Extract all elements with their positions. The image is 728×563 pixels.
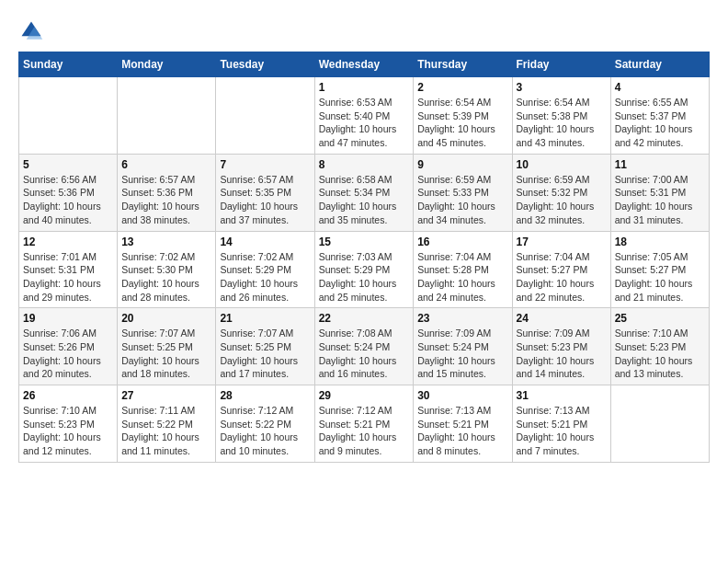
day-of-week-header: Saturday [610,52,709,77]
day-number: 10 [517,158,607,171]
day-info: Sunrise: 7:07 AM Sunset: 5:25 PM Dayligh… [121,327,211,381]
day-info: Sunrise: 7:12 AM Sunset: 5:21 PM Dayligh… [319,404,410,458]
calendar-cell: 9Sunrise: 6:59 AM Sunset: 5:33 PM Daylig… [414,154,512,231]
day-number: 2 [417,81,507,94]
calendar-cell: 14Sunrise: 7:02 AM Sunset: 5:29 PM Dayli… [216,231,314,308]
day-number: 25 [615,312,705,325]
calendar-cell: 6Sunrise: 6:57 AM Sunset: 5:36 PM Daylig… [118,154,216,231]
calendar-cell: 12Sunrise: 7:01 AM Sunset: 5:31 PM Dayli… [19,231,118,308]
day-number: 11 [615,158,705,171]
day-number: 15 [319,236,410,248]
calendar-cell: 5Sunrise: 6:56 AM Sunset: 5:36 PM Daylig… [19,154,118,231]
calendar-week-row: 19Sunrise: 7:06 AM Sunset: 5:26 PM Dayli… [19,308,710,385]
day-info: Sunrise: 7:00 AM Sunset: 5:31 PM Dayligh… [615,173,705,227]
day-number: 24 [517,312,607,325]
day-info: Sunrise: 7:02 AM Sunset: 5:30 PM Dayligh… [121,250,211,304]
calendar-cell: 2Sunrise: 6:54 AM Sunset: 5:39 PM Daylig… [414,77,512,155]
calendar-week-row: 26Sunrise: 7:10 AM Sunset: 5:23 PM Dayli… [19,385,710,463]
day-number: 16 [417,236,507,248]
calendar-cell: 20Sunrise: 7:07 AM Sunset: 5:25 PM Dayli… [118,308,216,385]
day-number: 22 [319,312,410,325]
logo [18,18,48,44]
day-info: Sunrise: 6:59 AM Sunset: 5:33 PM Dayligh… [417,173,507,227]
day-number: 17 [517,236,607,248]
day-info: Sunrise: 7:04 AM Sunset: 5:27 PM Dayligh… [517,250,607,304]
calendar-cell: 28Sunrise: 7:12 AM Sunset: 5:22 PM Dayli… [216,385,314,463]
day-number: 18 [615,236,705,248]
day-number: 30 [417,389,507,402]
day-number: 8 [319,158,410,171]
day-info: Sunrise: 6:53 AM Sunset: 5:40 PM Dayligh… [319,96,410,150]
day-number: 4 [615,81,705,94]
calendar-cell: 22Sunrise: 7:08 AM Sunset: 5:24 PM Dayli… [314,308,414,385]
day-info: Sunrise: 7:09 AM Sunset: 5:24 PM Dayligh… [417,327,507,381]
day-number: 3 [517,81,607,94]
day-number: 26 [23,389,113,402]
day-info: Sunrise: 7:10 AM Sunset: 5:23 PM Dayligh… [615,327,705,381]
day-info: Sunrise: 7:12 AM Sunset: 5:22 PM Dayligh… [220,404,310,458]
day-info: Sunrise: 6:57 AM Sunset: 5:35 PM Dayligh… [220,173,310,227]
calendar-cell: 30Sunrise: 7:13 AM Sunset: 5:21 PM Dayli… [414,385,512,463]
calendar-cell: 1Sunrise: 6:53 AM Sunset: 5:40 PM Daylig… [314,77,414,155]
calendar-table: SundayMondayTuesdayWednesdayThursdayFrid… [18,52,710,463]
calendar-cell: 27Sunrise: 7:11 AM Sunset: 5:22 PM Dayli… [118,385,216,463]
calendar-cell: 15Sunrise: 7:03 AM Sunset: 5:29 PM Dayli… [314,231,414,308]
day-info: Sunrise: 7:03 AM Sunset: 5:29 PM Dayligh… [319,250,410,304]
day-info: Sunrise: 7:13 AM Sunset: 5:21 PM Dayligh… [517,404,607,458]
day-info: Sunrise: 7:05 AM Sunset: 5:27 PM Dayligh… [615,250,705,304]
day-info: Sunrise: 7:02 AM Sunset: 5:29 PM Dayligh… [220,250,310,304]
day-info: Sunrise: 7:06 AM Sunset: 5:26 PM Dayligh… [23,327,113,381]
calendar-cell [216,77,314,155]
day-number: 7 [220,158,310,171]
calendar-cell: 23Sunrise: 7:09 AM Sunset: 5:24 PM Dayli… [414,308,512,385]
day-of-week-header: Friday [512,52,610,77]
day-info: Sunrise: 7:08 AM Sunset: 5:24 PM Dayligh… [319,327,410,381]
day-number: 31 [517,389,607,402]
calendar-cell: 7Sunrise: 6:57 AM Sunset: 5:35 PM Daylig… [216,154,314,231]
page-header [18,18,710,44]
day-info: Sunrise: 6:54 AM Sunset: 5:38 PM Dayligh… [517,96,607,150]
day-info: Sunrise: 6:59 AM Sunset: 5:32 PM Dayligh… [517,173,607,227]
calendar-week-row: 5Sunrise: 6:56 AM Sunset: 5:36 PM Daylig… [19,154,710,231]
calendar-week-row: 12Sunrise: 7:01 AM Sunset: 5:31 PM Dayli… [19,231,710,308]
day-info: Sunrise: 6:55 AM Sunset: 5:37 PM Dayligh… [615,96,705,150]
calendar-cell: 26Sunrise: 7:10 AM Sunset: 5:23 PM Dayli… [19,385,118,463]
calendar-cell: 31Sunrise: 7:13 AM Sunset: 5:21 PM Dayli… [512,385,610,463]
day-info: Sunrise: 6:56 AM Sunset: 5:36 PM Dayligh… [23,173,113,227]
day-of-week-header: Thursday [414,52,512,77]
day-info: Sunrise: 6:58 AM Sunset: 5:34 PM Dayligh… [319,173,410,227]
calendar-cell [19,77,118,155]
day-number: 29 [319,389,410,402]
day-of-week-header: Tuesday [216,52,314,77]
day-number: 5 [23,158,113,171]
day-number: 14 [220,236,310,248]
calendar-cell: 10Sunrise: 6:59 AM Sunset: 5:32 PM Dayli… [512,154,610,231]
calendar-cell: 29Sunrise: 7:12 AM Sunset: 5:21 PM Dayli… [314,385,414,463]
calendar-cell: 8Sunrise: 6:58 AM Sunset: 5:34 PM Daylig… [314,154,414,231]
day-of-week-header: Wednesday [314,52,414,77]
calendar-cell: 25Sunrise: 7:10 AM Sunset: 5:23 PM Dayli… [610,308,709,385]
day-number: 6 [121,158,211,171]
logo-icon [18,18,44,44]
day-info: Sunrise: 6:57 AM Sunset: 5:36 PM Dayligh… [121,173,211,227]
calendar-cell: 21Sunrise: 7:07 AM Sunset: 5:25 PM Dayli… [216,308,314,385]
calendar-cell: 3Sunrise: 6:54 AM Sunset: 5:38 PM Daylig… [512,77,610,155]
day-info: Sunrise: 6:54 AM Sunset: 5:39 PM Dayligh… [417,96,507,150]
day-info: Sunrise: 7:11 AM Sunset: 5:22 PM Dayligh… [121,404,211,458]
calendar-cell: 19Sunrise: 7:06 AM Sunset: 5:26 PM Dayli… [19,308,118,385]
day-info: Sunrise: 7:07 AM Sunset: 5:25 PM Dayligh… [220,327,310,381]
day-number: 13 [121,236,211,248]
day-number: 19 [23,312,113,325]
day-number: 20 [121,312,211,325]
day-number: 27 [121,389,211,402]
calendar-cell: 11Sunrise: 7:00 AM Sunset: 5:31 PM Dayli… [610,154,709,231]
calendar-header-row: SundayMondayTuesdayWednesdayThursdayFrid… [19,52,710,77]
calendar-cell: 24Sunrise: 7:09 AM Sunset: 5:23 PM Dayli… [512,308,610,385]
day-info: Sunrise: 7:01 AM Sunset: 5:31 PM Dayligh… [23,250,113,304]
day-info: Sunrise: 7:13 AM Sunset: 5:21 PM Dayligh… [417,404,507,458]
calendar-week-row: 1Sunrise: 6:53 AM Sunset: 5:40 PM Daylig… [19,77,710,155]
day-of-week-header: Sunday [19,52,118,77]
day-number: 23 [417,312,507,325]
day-number: 12 [23,236,113,248]
calendar-cell: 16Sunrise: 7:04 AM Sunset: 5:28 PM Dayli… [414,231,512,308]
